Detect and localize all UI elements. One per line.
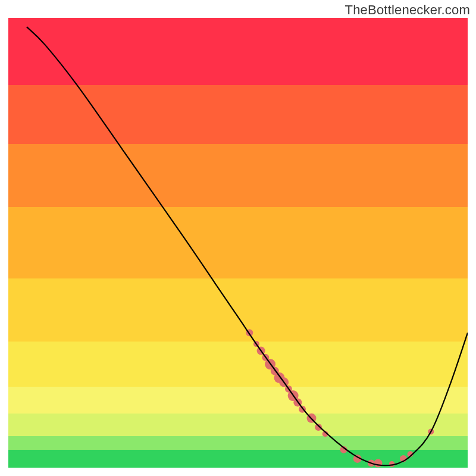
watermark-text: TheBottlenecker.com (345, 2, 470, 18)
data-marker (374, 459, 382, 467)
plot-area (8, 18, 468, 468)
chart-stage: TheBottlenecker.com (0, 0, 476, 476)
chart-svg (8, 18, 468, 468)
data-marker (315, 424, 322, 431)
